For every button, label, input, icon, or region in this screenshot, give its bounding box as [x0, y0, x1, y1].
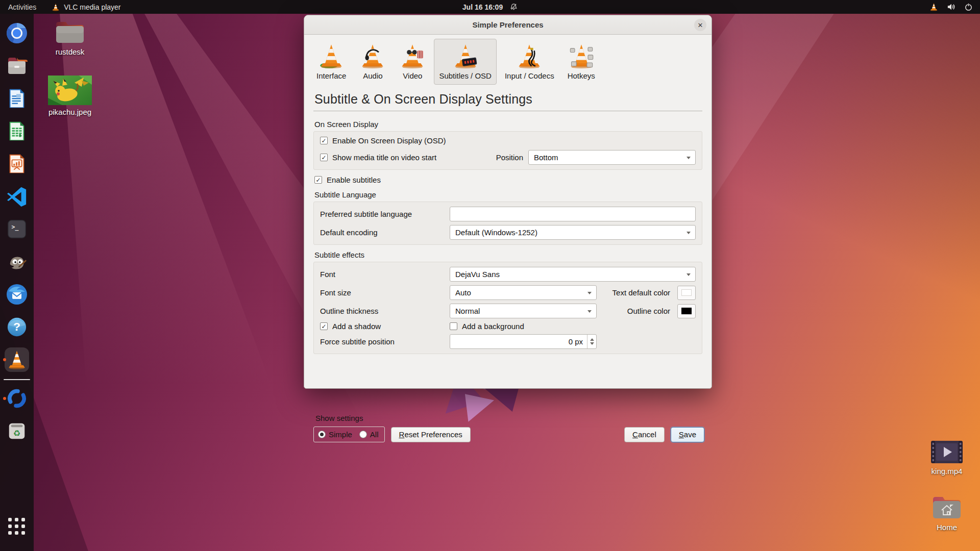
close-button[interactable]: ✕ — [694, 19, 706, 31]
dock-item-vlc[interactable] — [3, 345, 31, 374]
enable-osd-checkbox[interactable] — [320, 137, 328, 144]
preferred-language-input[interactable] — [450, 207, 696, 221]
dialog-title: Simple Preferences — [472, 20, 543, 29]
tab-input-codecs[interactable]: Input / Codecs — [500, 39, 559, 85]
preferred-language-label: Preferred subtitle language — [320, 210, 450, 218]
font-dropdown[interactable]: DejaVu Sans — [450, 267, 696, 282]
font-size-dropdown[interactable]: Auto — [450, 285, 597, 300]
dock-item-gimp[interactable] — [3, 247, 31, 276]
vlc-tray-icon[interactable] — [929, 3, 938, 11]
desktop-icon-label: Home — [937, 523, 957, 532]
position-dropdown[interactable]: Bottom — [528, 150, 696, 165]
dock-item-libreoffice-calc[interactable] — [3, 117, 31, 145]
svg-text:>_: >_ — [12, 223, 19, 231]
heading-divider — [313, 111, 702, 111]
dock-item-rustdesk[interactable] — [3, 384, 31, 413]
enable-osd-label: Enable On Screen Display (OSD) — [332, 136, 446, 145]
dock-item-files[interactable] — [3, 52, 31, 80]
dock-item-help[interactable]: ? — [3, 313, 31, 341]
desktop-icon-label: king.mp4 — [932, 467, 963, 475]
enable-subtitles-checkbox[interactable] — [314, 176, 322, 184]
focused-app-menu[interactable]: VLC media player — [52, 3, 120, 11]
text-color-swatch — [681, 289, 692, 296]
volume-icon[interactable] — [947, 3, 955, 11]
dock-item-libreoffice-impress[interactable] — [3, 149, 31, 178]
desktop-icon-rustdesk[interactable]: rustdesk — [42, 19, 98, 56]
dialog-titlebar[interactable]: Simple Preferences ✕ — [304, 15, 712, 35]
desktop-icon-pikachu[interactable]: pikachu.jpeg — [42, 76, 98, 116]
dock-item-app-grid[interactable] — [3, 512, 31, 541]
vscode-icon — [6, 186, 28, 207]
subtitle-effects-section-label: Subtitle effects — [314, 251, 701, 259]
dock-item-trash[interactable]: ♻ — [3, 417, 31, 445]
dock-item-thunderbird[interactable] — [3, 280, 31, 309]
outline-thickness-label: Outline thickness — [320, 307, 450, 315]
reset-preferences-label: Reset Preferences — [399, 430, 462, 439]
dock-item-terminal[interactable]: >_ — [3, 215, 31, 243]
dock-item-chromium[interactable] — [3, 19, 31, 47]
page-title: Subtitle & On Screen Display Settings — [314, 92, 701, 107]
tab-label: Video — [403, 71, 422, 80]
subtitles-osd-tab-icon — [452, 43, 479, 69]
desktop-icon-home[interactable]: Home — [919, 494, 975, 532]
save-label: Save — [679, 430, 696, 439]
radio-simple-label: Simple — [329, 430, 352, 439]
calc-icon — [6, 120, 28, 142]
default-encoding-dropdown[interactable]: Default (Windows-1252) — [450, 225, 696, 240]
radio-all[interactable]: All — [359, 430, 379, 439]
dialog-body: Subtitle & On Screen Display Settings On… — [304, 92, 712, 446]
font-size-label: Font size — [320, 288, 450, 297]
spin-up-icon — [590, 338, 594, 341]
input-codecs-tab-icon — [516, 43, 543, 69]
show-settings-label: Show settings — [315, 414, 363, 422]
video-tab-icon — [399, 43, 426, 69]
simple-preferences-dialog: Simple Preferences ✕ Interface Audio — [304, 15, 712, 389]
subtitle-language-section-label: Subtitle Language — [314, 190, 701, 199]
svg-text:?: ? — [13, 320, 20, 333]
add-background-label: Add a background — [462, 322, 524, 331]
spinner-buttons[interactable] — [587, 335, 596, 348]
enable-subtitles-label: Enable subtitles — [327, 176, 381, 184]
preferences-tabs: Interface Audio Video — [311, 39, 704, 85]
show-media-title-checkbox[interactable] — [320, 154, 328, 161]
tab-hotkeys[interactable]: Hotkeys — [562, 39, 600, 85]
chevron-down-icon — [687, 273, 691, 276]
chevron-down-icon — [687, 157, 691, 159]
font-size-value: Auto — [455, 288, 471, 297]
add-shadow-checkbox[interactable] — [320, 322, 328, 330]
activities-button[interactable]: Activities — [8, 3, 36, 11]
reset-preferences-button[interactable]: Reset Preferences — [391, 427, 471, 442]
text-default-color-button[interactable] — [677, 286, 696, 300]
focused-app-name: VLC media player — [64, 3, 120, 11]
chevron-down-icon — [587, 292, 592, 294]
cancel-button[interactable]: Cancel — [624, 427, 665, 442]
tab-video[interactable]: Video — [394, 39, 431, 85]
tab-subtitles-osd[interactable]: Subtitles / OSD — [434, 39, 497, 85]
force-subtitle-position-spinner[interactable]: 0 px — [450, 334, 597, 349]
dock-item-libreoffice-writer[interactable] — [3, 84, 31, 113]
add-background-checkbox[interactable] — [450, 322, 457, 330]
writer-icon — [6, 88, 28, 109]
font-value: DejaVu Sans — [455, 270, 500, 279]
chevron-down-icon — [687, 232, 691, 234]
files-icon — [6, 55, 28, 77]
enable-osd-row: Enable On Screen Display (OSD) — [320, 136, 696, 145]
clock[interactable]: Jul 16 16:09 — [462, 3, 503, 11]
force-subtitle-position-value: 0 px — [569, 337, 583, 346]
radio-simple[interactable]: Simple — [318, 430, 352, 439]
tab-audio[interactable]: Audio — [354, 39, 391, 85]
desktop-icon-king-video[interactable]: king.mp4 — [919, 440, 975, 475]
outline-color-swatch — [681, 308, 692, 314]
outline-thickness-dropdown[interactable]: Normal — [450, 304, 597, 318]
outline-color-button[interactable] — [677, 304, 696, 318]
folder-icon — [54, 19, 86, 45]
power-icon[interactable] — [964, 3, 973, 11]
tab-label: Input / Codecs — [505, 71, 554, 80]
tab-interface[interactable]: Interface — [311, 39, 351, 85]
enable-subtitles-row: Enable subtitles — [314, 176, 701, 184]
dock: >_ ? — [0, 14, 34, 551]
save-button[interactable]: Save — [671, 427, 704, 442]
dock-item-vscode[interactable] — [3, 182, 31, 211]
audio-tab-icon — [359, 43, 386, 69]
add-background-row: Add a background — [450, 322, 696, 331]
